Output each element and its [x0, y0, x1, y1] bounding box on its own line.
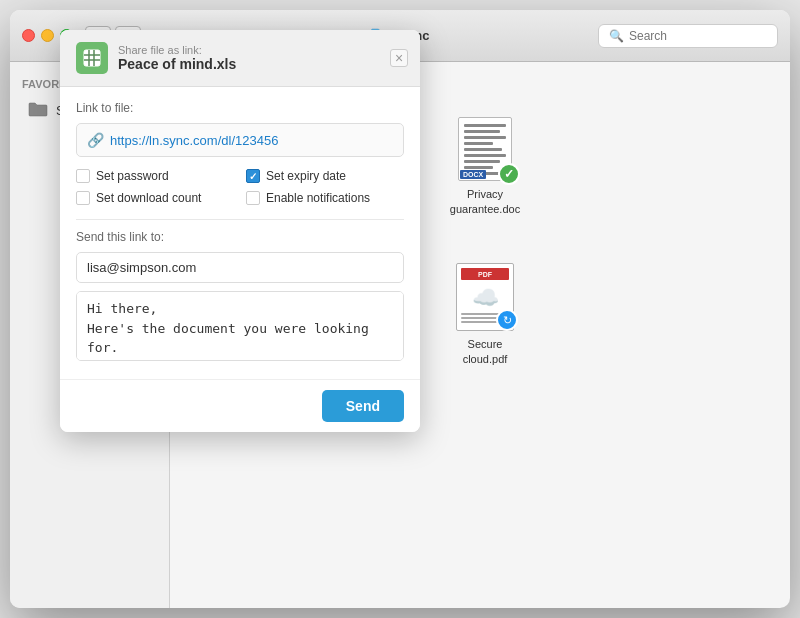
- share-dialog: Share file as link: Peace of mind.xls × …: [60, 62, 420, 432]
- doc-line: [464, 160, 500, 163]
- checkbox-set-password[interactable]: [76, 169, 90, 183]
- check-badge: ✓: [498, 163, 520, 185]
- doc-line: [464, 154, 506, 157]
- list-item[interactable]: PDF ☁️ ↻ Securecloud.pdf: [430, 232, 540, 372]
- spreadsheet-icon: [83, 62, 101, 67]
- send-button[interactable]: Send: [322, 390, 404, 422]
- send-section-label: Send this link to:: [76, 230, 404, 244]
- pdf-icon-wrapper: PDF ☁️ ↻: [456, 263, 514, 331]
- file-label: Securecloud.pdf: [463, 337, 508, 366]
- minimize-button[interactable]: [41, 29, 54, 42]
- option-label-set-download-count: Set download count: [96, 191, 201, 205]
- checkbox-enable-notifications[interactable]: [246, 191, 260, 205]
- message-textarea[interactable]: Hi there, Here's the document you were l…: [76, 291, 404, 361]
- svg-rect-0: [84, 62, 100, 66]
- dialog-title-filename: Peace of mind.xls: [118, 62, 236, 72]
- docx-badge: DOCX: [460, 170, 486, 179]
- option-set-password: Set password: [76, 169, 234, 183]
- email-input[interactable]: [76, 252, 404, 283]
- option-enable-notifications: Enable notifications: [246, 191, 404, 205]
- search-icon: 🔍: [609, 29, 624, 43]
- list-item[interactable]: DOCX ✓ Privacyguarantee.doc: [430, 82, 540, 222]
- doc-line: [464, 142, 493, 145]
- checkbox-set-expiry[interactable]: [246, 169, 260, 183]
- dialog-icon: [76, 62, 108, 74]
- dialog-footer: Send: [60, 379, 420, 432]
- link-icon: 🔗: [87, 132, 104, 148]
- dialog-close-button[interactable]: ×: [390, 62, 408, 67]
- option-set-expiry: Set expiry date: [246, 169, 404, 183]
- pdf-badge: PDF: [461, 268, 509, 280]
- dialog-body: Link to file: 🔗 https://ln.sync.com/dl/1…: [60, 87, 420, 379]
- finder-window: ‹ › Sync 🔍 Favorites Sync: [10, 10, 790, 608]
- doc-line: [464, 148, 502, 151]
- doc-line: [464, 136, 506, 139]
- sidebar-folder-icon: [28, 102, 48, 118]
- option-label-enable-notifications: Enable notifications: [266, 191, 370, 205]
- content-area: Favorites Sync 👤: [10, 62, 790, 608]
- doc-line: [464, 130, 500, 133]
- option-label-set-expiry: Set expiry date: [266, 169, 346, 183]
- option-label-set-password: Set password: [96, 169, 169, 183]
- divider: [76, 219, 404, 220]
- options-grid: Set password Set expiry date Set downloa…: [76, 169, 404, 205]
- close-button[interactable]: [22, 29, 35, 42]
- link-section-label: Link to file:: [76, 101, 404, 115]
- sync-badge: ↻: [496, 309, 518, 331]
- doc-icon-wrapper: DOCX ✓: [458, 117, 512, 181]
- link-url[interactable]: https://ln.sync.com/dl/123456: [110, 133, 278, 148]
- search-bar[interactable]: 🔍: [598, 24, 778, 48]
- doc-line: [464, 124, 506, 127]
- option-set-download-count: Set download count: [76, 191, 234, 205]
- checkbox-set-download-count[interactable]: [76, 191, 90, 205]
- file-label: Privacyguarantee.doc: [450, 187, 520, 216]
- dialog-header: Share file as link: Peace of mind.xls ×: [60, 62, 420, 87]
- dialog-header-text: Share file as link: Peace of mind.xls: [118, 62, 236, 72]
- doc-line: [464, 166, 493, 169]
- link-field[interactable]: 🔗 https://ln.sync.com/dl/123456: [76, 123, 404, 157]
- search-input[interactable]: [629, 29, 767, 43]
